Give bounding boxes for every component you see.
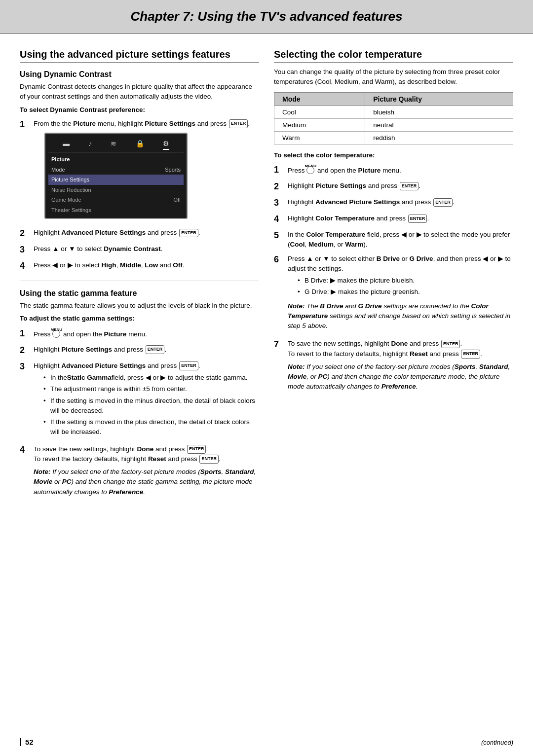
color-temp-description: You can change the quality of the pictur…: [274, 67, 513, 87]
gamma-step-2: 2 Highlight Picture Settings and press E…: [20, 345, 259, 357]
table-cell-medium-mode: Medium: [274, 118, 365, 131]
chapter-header: Chapter 7: Using the TV's advanced featu…: [0, 0, 533, 34]
tv-menu-mockup: ▬ ♪ ≋ 🔒 ⚙ Picture Mode Sports Picture: [44, 133, 188, 219]
enter-button-g4b: ENTER: [199, 455, 219, 464]
enter-button-g3: ENTER: [179, 361, 198, 370]
ct-step-1: 1 Press MENU and open the Picture menu.: [274, 164, 513, 177]
enter-button-ct7b: ENTER: [461, 350, 480, 359]
ct-step-5: 5 In the Color Temperature field, press …: [274, 230, 513, 250]
bullet-adjustment-range: The adjustment range is within ±5 from c…: [43, 384, 259, 394]
bullet-gdrive: G Drive: ▶ makes the picture greenish.: [298, 287, 513, 297]
color-temp-steps: 1 Press MENU and open the Picture menu. …: [274, 164, 513, 396]
static-gamma-description: The static gamma feature allows you to a…: [20, 301, 259, 311]
enter-button-ct4: ENTER: [408, 215, 427, 223]
bullet-bdrive: B Drive: ▶ makes the picture blueish.: [298, 276, 513, 286]
ct-note2: Note: If you select one of the factory-s…: [288, 362, 513, 392]
left-section-title: Using the advanced picture settings feat…: [20, 49, 259, 63]
tv-menu-row-game: Game Mode Off: [48, 195, 184, 205]
enter-button-g4a: ENTER: [187, 445, 206, 454]
table-col-quality: Picture Quality: [365, 92, 513, 106]
tv-menu-icons: ▬ ♪ ≋ 🔒 ⚙: [48, 137, 184, 152]
page-continued: (continued): [481, 739, 513, 746]
table-col-mode: Mode: [274, 92, 365, 106]
gamma-step-1: 1 Press MENU and open the Picture menu.: [20, 328, 259, 341]
left-column: Using the advanced picture settings feat…: [20, 49, 259, 505]
table-cell-cool-quality: blueish: [365, 106, 513, 118]
bullet-static-gamma: In the Static Gamma field, press ◀ or ▶ …: [43, 373, 259, 383]
tv-menu-label: Picture: [48, 154, 184, 165]
enter-button-ct2: ENTER: [400, 182, 419, 191]
bullet-minus-direction: If the setting is moved in the minus dir…: [43, 396, 259, 416]
table-row-medium: Medium neutral: [274, 118, 513, 131]
table-cell-cool-mode: Cool: [274, 106, 365, 118]
ct-step-6-bullets: B Drive: ▶ makes the picture blueish. G …: [298, 276, 513, 297]
step-1: 1 From the the Picture menu, highlight P…: [20, 119, 259, 224]
right-section-title: Selecting the color temperature: [274, 49, 513, 63]
chapter-title: Chapter 7: Using the TV's advanced featu…: [10, 9, 523, 24]
tv-menu-row-mode: Mode Sports: [48, 165, 184, 175]
tv-icon-options: ⚙: [163, 139, 169, 150]
ct-step-3: 3 Highlight Advanced Picture Settings an…: [274, 197, 513, 210]
tv-menu-row-noise: Noise Reduction: [48, 185, 184, 195]
table-row-cool: Cool blueish: [274, 106, 513, 118]
dynamic-contrast-description: Dynamic Contrast detects changes in pict…: [20, 82, 259, 102]
gamma-note: Note: If you select one of the factory-s…: [34, 467, 259, 497]
static-gamma-steps: 1 Press MENU and open the Picture menu. …: [20, 328, 259, 501]
static-gamma-title: Using the static gamma feature: [20, 289, 259, 298]
step-4: 4 Press ◀ or ▶ to select High, Middle, L…: [20, 260, 259, 273]
ct-step-4: 4 Highlight Color Temperature and press …: [274, 214, 513, 226]
ct-step-2: 2 Highlight Picture Settings and press E…: [274, 181, 513, 193]
ct-note1: Note: The B Drive and G Drive settings a…: [288, 301, 513, 331]
gamma-step-3-bullets: In the Static Gamma field, press ◀ or ▶ …: [43, 373, 259, 437]
enter-button-2: ENTER: [179, 229, 198, 238]
tv-icon-audio: ♪: [88, 139, 92, 150]
divider-1: [20, 281, 259, 281]
step-3: 3 Press ▲ or ▼ to select Dynamic Contras…: [20, 244, 259, 256]
table-cell-medium-quality: neutral: [365, 118, 513, 131]
enter-button-ct7a: ENTER: [441, 340, 460, 349]
table-cell-warm-mode: Warm: [274, 131, 365, 144]
tv-icon-setup: ≋: [111, 139, 116, 150]
table-row-warm: Warm reddish: [274, 131, 513, 144]
bullet-plus-direction: If the setting is moved in the plus dire…: [43, 417, 259, 437]
gamma-step-3: 3 Highlight Advanced Picture Settings an…: [20, 361, 259, 440]
right-column: Selecting the color temperature You can …: [274, 49, 513, 505]
dynamic-contrast-instruction: To select Dynamic Contrast preference:: [20, 106, 145, 113]
table-cell-warm-quality: reddish: [365, 131, 513, 144]
ct-step-6: 6 Press ▲ or ▼ to select either B Drive …: [274, 254, 513, 335]
enter-button-g2: ENTER: [146, 345, 165, 354]
gamma-step-4: 4 To save the new settings, highlight Do…: [20, 444, 259, 501]
step-2: 2 Highlight Advanced Picture Settings an…: [20, 228, 259, 240]
enter-button-1: ENTER: [229, 119, 248, 128]
ct-step-7: 7 To save the new settings, highlight Do…: [274, 339, 513, 396]
dynamic-contrast-steps: 1 From the the Picture menu, highlight P…: [20, 119, 259, 273]
content-area: Using the advanced picture settings feat…: [0, 34, 533, 520]
static-gamma-instruction: To adjust the static gamma settings:: [20, 315, 135, 322]
dynamic-contrast-title: Using Dynamic Contrast: [20, 70, 259, 79]
color-temp-table: Mode Picture Quality Cool blueish Medium…: [274, 92, 513, 144]
page-number: 52: [20, 738, 34, 746]
tv-menu-row-theater: Theater Settings: [48, 205, 184, 216]
enter-button-ct3: ENTER: [433, 198, 453, 207]
tv-icon-picture: ▬: [63, 139, 70, 150]
tv-menu-row-picture-settings: Picture Settings: [48, 175, 184, 185]
tv-icon-lock: 🔒: [136, 139, 144, 150]
color-temp-instruction: To select the color temperature:: [274, 151, 375, 159]
